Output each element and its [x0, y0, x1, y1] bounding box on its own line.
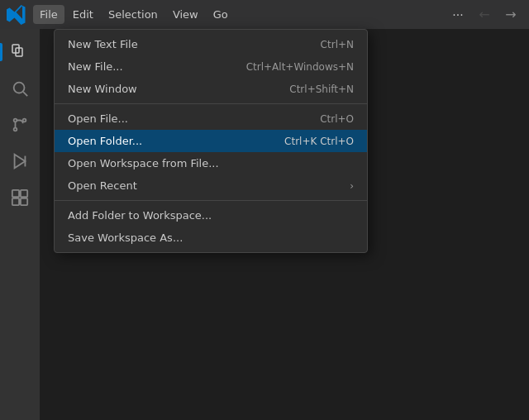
- source-control-icon: [11, 116, 29, 134]
- svg-point-4: [14, 119, 17, 122]
- explorer-icon: [10, 42, 30, 62]
- menu-open-recent[interactable]: Open Recent ›: [55, 174, 367, 197]
- sidebar-item-search[interactable]: [3, 72, 36, 105]
- sidebar-item-extensions[interactable]: [3, 181, 36, 214]
- sidebar-item-run[interactable]: [3, 145, 36, 178]
- open-folder-shortcut: Ctrl+K Ctrl+O: [284, 136, 354, 147]
- back-arrow-icon[interactable]: ←: [473, 3, 496, 26]
- sidebar-item-source-control[interactable]: [3, 108, 36, 141]
- forward-arrow-icon[interactable]: →: [499, 3, 522, 26]
- menu-new-file[interactable]: New File... Ctrl+Alt+Windows+N: [55, 55, 367, 78]
- extensions-icon: [11, 189, 29, 207]
- open-workspace-label: Open Workspace from File...: [68, 157, 337, 169]
- sidebar-item-explorer[interactable]: [3, 36, 36, 69]
- new-window-label: New Window: [68, 83, 273, 95]
- menu-new-window[interactable]: New Window Ctrl+Shift+N: [55, 78, 367, 100]
- svg-rect-10: [21, 190, 27, 197]
- svg-line-3: [23, 92, 27, 96]
- open-recent-label: Open Recent: [68, 179, 343, 192]
- svg-rect-11: [12, 198, 19, 205]
- separator-2: [55, 200, 367, 201]
- svg-point-2: [14, 83, 25, 93]
- menu-new-text-file[interactable]: New Text File Ctrl+N: [55, 33, 367, 55]
- menu-open-workspace[interactable]: Open Workspace from File...: [55, 152, 367, 174]
- file-menu-dropdown: New Text File Ctrl+N New File... Ctrl+Al…: [54, 29, 368, 253]
- svg-rect-12: [21, 198, 27, 205]
- new-text-file-shortcut: Ctrl+N: [321, 39, 354, 50]
- menu-item-selection[interactable]: Selection: [102, 5, 164, 24]
- menu-save-workspace[interactable]: Save Workspace As...: [55, 227, 367, 249]
- new-file-label: New File...: [68, 60, 230, 73]
- open-file-shortcut: Ctrl+O: [320, 113, 354, 125]
- menu-bar-right: ··· ← →: [446, 3, 522, 26]
- svg-rect-9: [12, 190, 19, 197]
- menu-item-view[interactable]: View: [166, 5, 205, 24]
- menu-item-edit[interactable]: Edit: [66, 5, 100, 24]
- svg-point-6: [14, 128, 17, 131]
- menu-item-go[interactable]: Go: [207, 5, 235, 24]
- submenu-arrow-icon: ›: [350, 180, 354, 192]
- new-window-shortcut: Ctrl+Shift+N: [289, 84, 354, 95]
- menu-item-file[interactable]: File: [33, 5, 64, 24]
- save-workspace-label: Save Workspace As...: [68, 231, 337, 244]
- open-file-label: Open File...: [68, 112, 303, 125]
- menu-open-file[interactable]: Open File... Ctrl+O: [55, 107, 367, 130]
- svg-marker-7: [15, 155, 26, 169]
- menu-bar: File Edit Selection View Go ··· ← →: [0, 0, 529, 29]
- run-icon: [11, 152, 29, 170]
- svg-point-5: [23, 119, 26, 122]
- separator-1: [55, 103, 367, 104]
- menu-add-folder[interactable]: Add Folder to Workspace...: [55, 204, 367, 227]
- more-icon[interactable]: ···: [446, 3, 469, 26]
- vscode-logo-icon: [7, 5, 26, 25]
- search-icon: [11, 79, 29, 98]
- new-file-shortcut: Ctrl+Alt+Windows+N: [246, 61, 354, 73]
- new-text-file-label: New Text File: [68, 38, 304, 50]
- open-folder-label: Open Folder...: [68, 135, 268, 147]
- sidebar: [0, 29, 40, 420]
- add-folder-label: Add Folder to Workspace...: [68, 209, 337, 222]
- menu-open-folder[interactable]: Open Folder... Ctrl+K Ctrl+O: [55, 130, 367, 152]
